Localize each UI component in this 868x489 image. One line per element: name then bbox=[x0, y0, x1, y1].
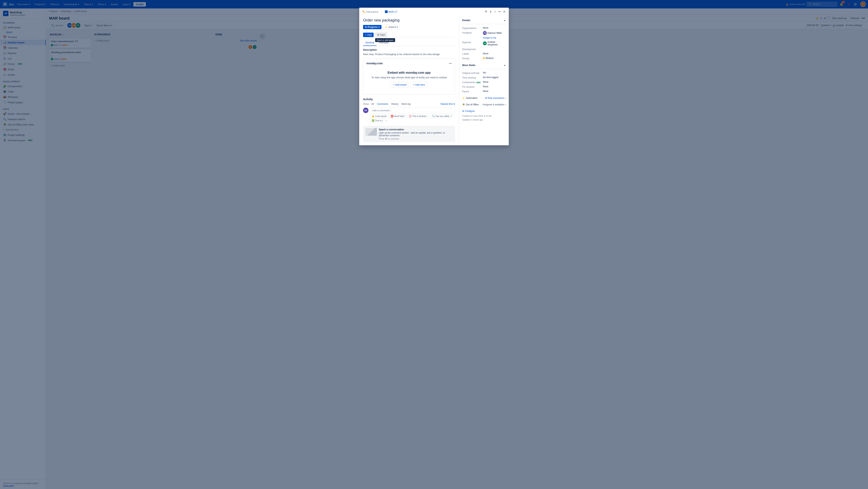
original-estimate-row: Original estimate 0m bbox=[462, 70, 506, 75]
development-label: Development bbox=[462, 48, 482, 51]
spark-conversation: Spark a conversation Light up the commen… bbox=[363, 126, 455, 142]
embed-more-icon[interactable]: ••• bbox=[449, 62, 452, 65]
configure-button[interactable]: ⚙ Configure bbox=[462, 110, 475, 112]
embed-content: Embed with monday.com app To start using… bbox=[366, 67, 452, 91]
actions-button[interactable]: ⚡ Actions ▾ bbox=[383, 25, 400, 29]
description-text: Next step: Product Packaging to be order… bbox=[363, 52, 455, 56]
priority-icon bbox=[483, 57, 485, 59]
labels-value: None bbox=[483, 52, 489, 55]
reaction-looks-good[interactable]: 👍 Looks good! bbox=[370, 114, 388, 118]
more-fields-header[interactable]: More fields ▲ bbox=[462, 63, 506, 67]
ooo-value: Assignee is available bbox=[483, 103, 504, 106]
assign-to-me-row: Assign to me bbox=[462, 36, 506, 40]
priority-label: Priority bbox=[462, 57, 482, 60]
automation-row: ⚡ Automation ⚙ Rule executions ▾ bbox=[462, 96, 506, 100]
embed-actions: + Add board + Add Item bbox=[370, 82, 448, 87]
activity-tab-comments[interactable]: Comments bbox=[376, 102, 389, 106]
assignee-avatar: DM bbox=[483, 31, 487, 35]
lightning-icon: ⚡ bbox=[462, 97, 465, 99]
out-of-office-row: 🌴 Out of Office Assignee is available ▾ bbox=[462, 103, 506, 107]
chevron-down-icon: ▾ bbox=[378, 26, 379, 28]
embed-subtitle: To start using the app choose what type … bbox=[370, 76, 448, 79]
components-new-badge: NEW bbox=[476, 81, 481, 84]
components-value: None bbox=[483, 81, 489, 83]
details-section: Details ▲ Organisations None Assignee DM… bbox=[462, 18, 506, 61]
ooo-expand-icon[interactable]: ▾ bbox=[505, 104, 506, 106]
status-button[interactable]: In Progress ▾ bbox=[363, 25, 381, 29]
reaction-this-is[interactable]: ✅ This is s bbox=[370, 119, 384, 123]
assign-to-me-link[interactable]: Assign to me bbox=[483, 36, 496, 39]
priority-value: Medium bbox=[483, 57, 494, 59]
more-options-icon[interactable]: ••• bbox=[498, 10, 501, 13]
add-item-button[interactable]: + Add Item bbox=[411, 82, 428, 87]
labels-row: Labels None bbox=[462, 52, 506, 56]
modal-status-row: In Progress ▾ ⚡ Actions ▾ bbox=[363, 25, 455, 29]
modal-header: ✏️ Add parent | MAR-17 👁 ⬆ ↗ ••• ✕ bbox=[362, 9, 506, 14]
organisations-label: Organisations bbox=[462, 27, 482, 30]
spark-hint: Press M to comment bbox=[379, 138, 453, 140]
watch-icon[interactable]: 👁 bbox=[485, 10, 488, 13]
reaction-need-help[interactable]: 🆘 Need help? bbox=[389, 114, 406, 118]
edit-parent-link[interactable]: ✏️ Add parent bbox=[362, 10, 378, 13]
add-button[interactable]: + Add bbox=[363, 33, 374, 37]
activity-tab-all[interactable]: All bbox=[370, 102, 375, 106]
modal-title: Order new packaging bbox=[363, 18, 455, 23]
modal-actions: 👁 ⬆ ↗ ••• ✕ bbox=[485, 9, 506, 14]
reaction-clarify[interactable]: 🔍 Can you clarify...? bbox=[430, 114, 454, 118]
apps-tooltip: Open or add apps bbox=[375, 38, 395, 42]
comment-box: DS Add a comment... 👍 Looks good! 🆘 Need… bbox=[363, 108, 455, 123]
components-label: Components NEW bbox=[462, 81, 482, 84]
details-header[interactable]: Details ▲ bbox=[462, 18, 506, 23]
organisations-row: Organisations None bbox=[462, 26, 506, 30]
plus-icon: + bbox=[365, 33, 367, 36]
modal-body: Order new packaging In Progress ▾ ⚡ Acti… bbox=[359, 15, 509, 145]
activity-tab-worklog[interactable]: Work log bbox=[400, 102, 411, 106]
monday-embed-section: monday.com ••• Embed with monday.com app… bbox=[363, 59, 455, 95]
add-board-button[interactable]: + Add board bbox=[391, 82, 409, 87]
automation-actions: ⚙ Rule executions ▾ bbox=[485, 97, 506, 99]
embed-logo: monday.com bbox=[366, 62, 383, 65]
spark-subtitle: Light up the comment section - add an up… bbox=[379, 132, 445, 137]
activity-tab-history[interactable]: History bbox=[390, 102, 400, 106]
share-icon[interactable]: ↗ bbox=[494, 10, 496, 13]
assignee-label: Assignee bbox=[462, 31, 482, 34]
parent-value: None bbox=[483, 90, 489, 92]
reactions-more-icon[interactable]: › bbox=[385, 119, 388, 123]
time-tracking-label: Time tracking bbox=[462, 76, 482, 79]
apps-button[interactable]: ⊞ Apps bbox=[375, 32, 387, 37]
vote-icon[interactable]: ⬆ bbox=[490, 10, 492, 13]
created-timestamp: Created 12 June 2024 at 12:48 bbox=[462, 115, 506, 117]
spark-preview-image bbox=[365, 128, 377, 136]
m-key-badge: M bbox=[385, 138, 388, 140]
reporter-value: AS Andrew Shepherd bbox=[483, 41, 506, 46]
embed-header: monday.com ••• bbox=[366, 62, 452, 65]
organisations-value: None bbox=[483, 27, 489, 29]
embed-title: Embed with monday.com app bbox=[370, 71, 448, 75]
assignee-row: Assignee DM Dawson Miller bbox=[462, 30, 506, 36]
more-fields-collapse-icon: ▲ bbox=[504, 64, 506, 66]
sort-button[interactable]: Newest first ⇅ bbox=[440, 103, 455, 105]
out-of-office-section: 🌴 Out of Office Assignee is available ▾ bbox=[462, 103, 506, 107]
more-fields-section: More fields ▲ Original estimate 0m Time … bbox=[462, 63, 506, 94]
details-collapse-icon: ▲ bbox=[504, 19, 506, 21]
tab-general[interactable]: General bbox=[363, 39, 376, 46]
reporter-label: Reporter bbox=[462, 41, 482, 44]
issue-id-link[interactable]: MAR-17 bbox=[385, 10, 397, 13]
automation-expand-icon[interactable]: ▾ bbox=[505, 97, 506, 99]
modal-left-panel: Order new packaging In Progress ▾ ⚡ Acti… bbox=[359, 15, 459, 145]
assignee-value: DM Dawson Miller bbox=[483, 31, 502, 35]
lightning-icon: ⚡ bbox=[385, 26, 388, 28]
issue-type-icon bbox=[385, 10, 388, 13]
reaction-blocked[interactable]: 🚫 This is blocked... bbox=[407, 114, 430, 118]
rule-executions-link[interactable]: ⚙ Rule executions bbox=[485, 97, 504, 99]
rule-executions-icon: ⚙ bbox=[485, 97, 487, 99]
configure-icon: ⚙ bbox=[462, 110, 464, 112]
modal-top-bar: ✏️ Add parent | MAR-17 👁 ⬆ ↗ ••• ✕ bbox=[359, 8, 509, 15]
comment-input[interactable]: Add a comment... bbox=[370, 108, 455, 113]
modal-right-panel: Details ▲ Organisations None Assignee DM… bbox=[459, 15, 509, 145]
development-row: Development bbox=[462, 47, 506, 52]
original-estimate-value: 0m bbox=[483, 71, 486, 74]
close-icon[interactable]: ✕ bbox=[503, 9, 506, 14]
description-label: Description bbox=[363, 48, 455, 51]
modal-overlay[interactable]: ✏️ Add parent | MAR-17 👁 ⬆ ↗ ••• ✕ bbox=[0, 0, 868, 489]
